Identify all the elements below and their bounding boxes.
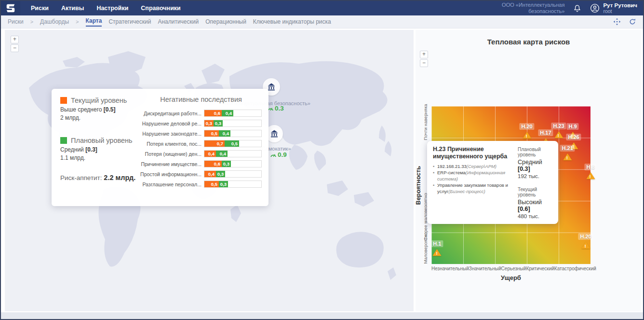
user-menu[interactable]: Рут Рутович root bbox=[590, 2, 637, 14]
asset-item: 192.168.21.33(Сервер\АРМ) bbox=[433, 163, 514, 169]
navbar-right: ООО «Интеллектуальная безопасность» Рут … bbox=[502, 2, 643, 14]
risk-marker[interactable]: Н.23! bbox=[551, 123, 566, 138]
breadcrumb-item[interactable]: Риски bbox=[8, 18, 24, 25]
risk-marker-label: Н.23 bbox=[551, 123, 566, 129]
x-axis-ticks: НезначительныйЗначительныйСерьезныйКрити… bbox=[431, 266, 590, 271]
current-level-amount: 2 млрд. bbox=[60, 114, 140, 121]
warning-icon: ! bbox=[581, 242, 590, 249]
consequences-title: Негативные последствия bbox=[140, 96, 262, 103]
planned-level-title: Плановый уровень bbox=[71, 137, 133, 144]
risk-marker[interactable]: Н.1! bbox=[431, 240, 443, 256]
user-role: root bbox=[603, 8, 637, 14]
current-level-value: Выше среднего [0.5] bbox=[60, 106, 140, 113]
heatmap-zoom-out-button[interactable]: − bbox=[420, 59, 428, 67]
risk-tooltip: Н.23 Причинение имущественного ущерба 19… bbox=[427, 141, 558, 224]
tab-item[interactable]: Стратегический bbox=[108, 18, 151, 25]
consequence-label: Нарушение деловой ре... bbox=[140, 121, 204, 126]
risk-marker-label: Н.21 bbox=[560, 145, 575, 152]
tab-item[interactable]: Аналитический bbox=[158, 18, 199, 25]
consequence-bar-track: 0,60,4 bbox=[204, 110, 262, 117]
risk-marker-label: Н.20 bbox=[578, 233, 593, 240]
x-axis-title: Ущерб bbox=[431, 274, 590, 281]
risk-marker-label: Н.26 bbox=[566, 134, 581, 140]
current-level-bar: 0,4 bbox=[204, 171, 216, 177]
user-name: Рут Рутович bbox=[603, 2, 637, 8]
company-line2: безопасность» bbox=[502, 8, 564, 14]
consequence-label: Причинение имуществе... bbox=[140, 161, 204, 167]
app-logo[interactable] bbox=[1, 1, 20, 15]
warning-icon: ! bbox=[554, 131, 563, 138]
consequence-label: Нарушение законодате... bbox=[140, 131, 204, 137]
current-level-bar: 0,3 bbox=[204, 120, 214, 126]
risk-marker-label: Н.1 bbox=[431, 240, 443, 247]
nav-item[interactable]: Справочники bbox=[141, 5, 180, 12]
consequence-bar-track: 0,50,4 bbox=[204, 130, 262, 137]
pan-move-icon[interactable] bbox=[613, 18, 621, 26]
risk-marker[interactable]: Н.20! bbox=[578, 233, 593, 249]
planned-level-bar: 0,3 bbox=[219, 181, 228, 187]
nav-item[interactable]: Настройки bbox=[96, 5, 128, 12]
bottom-scrollbar[interactable] bbox=[1, 312, 643, 319]
company-line1: ООО «Интеллектуальная bbox=[502, 2, 564, 8]
consequence-row: Нарушение деловой ре...0,30,3 bbox=[140, 118, 262, 128]
user-avatar-icon bbox=[590, 3, 600, 13]
y-axis-tick: Маловероятно bbox=[423, 233, 428, 264]
planned-level-bar: 0,3 bbox=[222, 161, 231, 167]
world-map-panel[interactable]: + − «Интеллектуальная безопасность» 0.3 … bbox=[5, 30, 414, 311]
current-level-bar: 0,5 bbox=[204, 130, 219, 137]
nav-item[interactable]: Риски bbox=[31, 5, 49, 12]
planned-level-bar: 0,3 bbox=[214, 120, 223, 126]
tooltip-planned-amount: 192 тыс. bbox=[518, 173, 552, 179]
consequence-bar-track: 0,40,4 bbox=[204, 150, 262, 157]
risk-marker[interactable]: Н.21! bbox=[560, 145, 575, 160]
gauge-icon bbox=[270, 153, 276, 157]
heatmap-panel: Тепловая карта рисков + − Вероятность По… bbox=[416, 30, 642, 311]
map-zoom-control: + − bbox=[11, 36, 19, 52]
risk-appetite: Риск-аппетит: 2.2 млрд. bbox=[60, 174, 140, 181]
tab-item[interactable]: Ключевые индикаторы риска bbox=[253, 18, 331, 25]
consequence-row: Потеря клиентов, пос...0,70,5 bbox=[140, 139, 262, 149]
company-name: ООО «Интеллектуальная безопасность» bbox=[502, 2, 564, 14]
consequence-row: Потеря (хищение) ден...0,40,4 bbox=[140, 149, 262, 159]
tooltip-title: Н.23 Причинение имущественного ущерба bbox=[433, 146, 514, 160]
org-risk-value-2: 0.9 bbox=[270, 151, 287, 158]
consequence-bar-track: 0,50,3 bbox=[204, 181, 262, 188]
current-level-bar: 0,6 bbox=[204, 161, 222, 167]
bank-icon bbox=[270, 129, 279, 138]
tab-item-active[interactable]: Карта bbox=[86, 17, 102, 27]
heatmap-zoom-control: + − bbox=[420, 51, 428, 67]
map-zoom-out-button[interactable]: − bbox=[11, 44, 19, 52]
planned-level-value: Средний [0.3] bbox=[60, 146, 140, 153]
consequence-bar-track: 0,70,5 bbox=[204, 140, 262, 147]
risk-marker-label: Н.20 bbox=[519, 123, 534, 130]
nav-item[interactable]: Активы bbox=[61, 5, 84, 12]
breadcrumb-item[interactable]: Дашборды bbox=[40, 18, 69, 25]
warning-icon: ! bbox=[563, 153, 572, 160]
tooltip-current-level: Высокий [0.6] bbox=[518, 199, 552, 212]
org-risk-value-1: 0.3 bbox=[268, 105, 284, 112]
heatmap-zoom-in-button[interactable]: + bbox=[420, 51, 428, 58]
breadcrumb-separator: > bbox=[30, 19, 33, 25]
logo-icon bbox=[5, 3, 16, 14]
asset-item: ERP-система(Информационная система) bbox=[433, 169, 514, 182]
tab-item[interactable]: Операционный bbox=[205, 18, 246, 25]
planned-level-bar: 0,4 bbox=[219, 130, 230, 137]
current-level-swatch bbox=[60, 97, 67, 104]
bank-icon bbox=[267, 83, 276, 91]
current-level-bar: 0,6 bbox=[204, 110, 222, 116]
risk-marker[interactable]: Н.8! bbox=[584, 164, 596, 179]
heatmap-title: Тепловая карта рисков bbox=[416, 38, 642, 46]
consequence-bar-track: 0,30,3 bbox=[204, 120, 262, 127]
refresh-icon[interactable] bbox=[629, 18, 636, 26]
warning-icon: ! bbox=[523, 132, 531, 139]
consequence-bar-track: 0,60,3 bbox=[204, 160, 262, 167]
main-content: + − «Интеллектуальная безопасность» 0.3 … bbox=[1, 28, 643, 312]
risk-marker[interactable]: Н.20! bbox=[519, 123, 534, 139]
bell-icon[interactable] bbox=[573, 4, 581, 13]
map-zoom-in-button[interactable]: + bbox=[11, 36, 19, 43]
risk-marker-label: Н.9 bbox=[566, 123, 578, 130]
consequence-row: Разглашение персонал...0,50,3 bbox=[140, 179, 262, 189]
consequence-label: Разглашение персонал... bbox=[140, 181, 204, 187]
planned-level-bar: 0,5 bbox=[225, 140, 239, 147]
y-axis-tick: Почти наверняка bbox=[423, 104, 428, 140]
